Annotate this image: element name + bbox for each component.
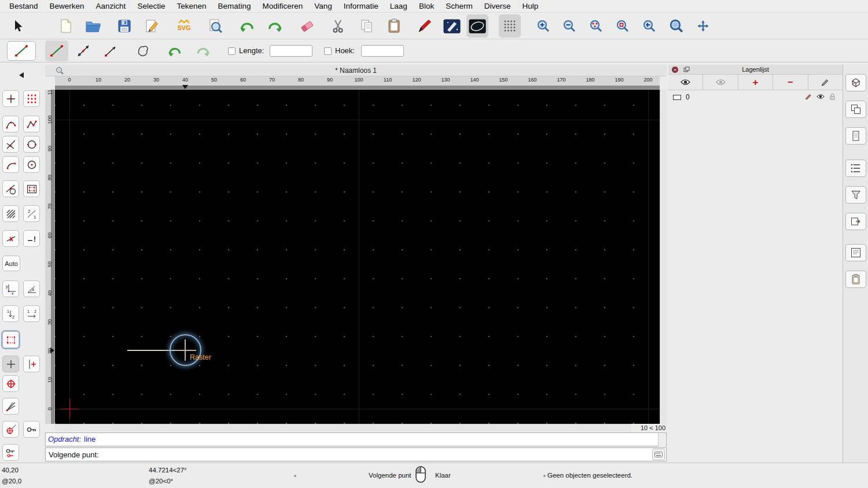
forward-button[interactable] bbox=[191, 40, 214, 61]
command-options-button[interactable] bbox=[652, 449, 665, 460]
line-angle-button[interactable] bbox=[72, 40, 95, 61]
edit-layer-button[interactable] bbox=[808, 75, 843, 90]
menu-item[interactable]: Tekenen bbox=[171, 0, 212, 13]
menu-item[interactable]: Modificeren bbox=[257, 0, 309, 13]
horizontal-scrollbar[interactable] bbox=[55, 424, 631, 432]
line-two-points-button[interactable] bbox=[45, 40, 68, 61]
insert-image-tool-button[interactable] bbox=[23, 180, 40, 197]
grid-toggle-button[interactable] bbox=[499, 14, 521, 38]
menu-item[interactable]: Diverse bbox=[479, 0, 517, 13]
drawing-canvas[interactable]: Raster bbox=[55, 90, 660, 424]
add-layer-button[interactable]: + bbox=[738, 75, 773, 90]
menu-item[interactable]: Bestand bbox=[3, 0, 44, 13]
command-input[interactable] bbox=[99, 449, 652, 460]
order-vertical-tool-button[interactable]: 12 bbox=[2, 305, 19, 322]
menu-item[interactable]: Bemating bbox=[212, 0, 256, 13]
remove-layer-button[interactable]: − bbox=[773, 75, 808, 90]
print-preview-button[interactable] bbox=[204, 14, 226, 38]
menu-item[interactable]: Vang bbox=[308, 0, 338, 13]
zoom-previous-button[interactable] bbox=[638, 14, 660, 38]
circle-2p-tool-button[interactable] bbox=[23, 136, 40, 153]
zoom-window-button[interactable] bbox=[665, 14, 687, 38]
back-button[interactable] bbox=[164, 40, 187, 61]
property-editor-button[interactable] bbox=[441, 14, 463, 38]
property-editor-panel-button[interactable] bbox=[845, 74, 866, 91]
info-tool-button[interactable]: ! bbox=[23, 230, 40, 247]
line-with-direction-button[interactable] bbox=[99, 40, 122, 61]
layer-lock-icon[interactable] bbox=[829, 93, 836, 100]
menu-item[interactable]: Informatie bbox=[338, 0, 384, 13]
detach-panel-button[interactable] bbox=[683, 66, 690, 73]
angle-checkbox[interactable] bbox=[324, 47, 332, 55]
command-history-panel-button[interactable] bbox=[845, 244, 866, 261]
length-checkbox[interactable] bbox=[228, 47, 236, 55]
open-file-button[interactable] bbox=[82, 14, 104, 38]
zoom-redraw-button[interactable] bbox=[612, 14, 634, 38]
tangent-tool-button[interactable] bbox=[2, 180, 19, 197]
relative-zero-lock-button[interactable] bbox=[2, 444, 19, 461]
delete-button[interactable] bbox=[296, 14, 318, 38]
export-panel-button[interactable] bbox=[845, 213, 866, 230]
zoom-out-button[interactable] bbox=[558, 14, 580, 38]
measure-tool-button[interactable]: 21 bbox=[23, 205, 40, 222]
clipboard-panel-button[interactable] bbox=[845, 271, 866, 288]
point-grid-tool-button[interactable] bbox=[23, 90, 40, 107]
svg-export-button[interactable]: SVG bbox=[173, 14, 195, 38]
save-file-button[interactable] bbox=[113, 14, 135, 38]
snap-free-button[interactable] bbox=[2, 356, 19, 372]
command-history-scrollbar[interactable] bbox=[658, 434, 665, 446]
cut-button[interactable] bbox=[327, 14, 349, 38]
order-horizontal-tool-button[interactable]: 12 bbox=[23, 305, 40, 322]
hide-all-layers-button[interactable] bbox=[703, 75, 738, 90]
zoom-auto-button[interactable] bbox=[585, 14, 607, 38]
circle-center-tool-button[interactable] bbox=[23, 156, 40, 173]
redo-button[interactable] bbox=[263, 14, 285, 38]
list-panel-button[interactable] bbox=[845, 160, 866, 177]
undo-button[interactable] bbox=[237, 14, 259, 38]
angle-tool-button[interactable]: a bbox=[23, 280, 40, 297]
menu-item[interactable]: Blok bbox=[413, 0, 440, 13]
menu-item[interactable]: Scherm bbox=[440, 0, 479, 13]
snap-angle-button[interactable] bbox=[2, 398, 19, 415]
layer-row[interactable]: 0 bbox=[668, 91, 843, 103]
zoom-in-button[interactable] bbox=[532, 14, 554, 38]
spline-tool-button[interactable] bbox=[2, 116, 19, 132]
ortho-xy-tool-button[interactable]: yx bbox=[2, 280, 19, 297]
layer-color-swatch[interactable] bbox=[673, 95, 681, 100]
close-panel-button[interactable]: × bbox=[672, 66, 678, 73]
point-tool-button[interactable] bbox=[2, 90, 19, 107]
polyline-freehand-button[interactable] bbox=[131, 40, 155, 61]
pointer-button[interactable] bbox=[7, 14, 29, 38]
layer-edit-pencil-icon[interactable] bbox=[805, 93, 812, 100]
layout-panel-button[interactable] bbox=[845, 101, 866, 118]
palette-back-button[interactable] bbox=[16, 71, 27, 80]
filter-panel-button[interactable] bbox=[845, 186, 866, 204]
new-file-button[interactable] bbox=[55, 14, 77, 38]
snap-lock-button[interactable] bbox=[23, 421, 40, 438]
menu-item[interactable]: Selectie bbox=[131, 0, 171, 13]
selection-box-tool-button[interactable] bbox=[2, 331, 19, 348]
zoom-pan-button[interactable] bbox=[692, 14, 714, 38]
vertical-scrollbar[interactable] bbox=[660, 90, 667, 424]
show-all-layers-button[interactable] bbox=[668, 75, 703, 90]
menu-item[interactable]: Laag bbox=[384, 0, 413, 13]
arc-tool-button[interactable] bbox=[2, 156, 19, 173]
snap-center-button[interactable] bbox=[2, 421, 19, 438]
divide-tool-button[interactable] bbox=[2, 230, 19, 247]
polyline-tool-button[interactable] bbox=[23, 116, 40, 132]
snap-grid-button[interactable] bbox=[23, 356, 40, 372]
ellipse-tool-button[interactable] bbox=[466, 14, 488, 38]
auto-snap-button[interactable]: Auto bbox=[2, 256, 20, 271]
draw-pen-button[interactable] bbox=[414, 14, 436, 38]
edit-drawing-button[interactable] bbox=[141, 14, 163, 38]
angle-input[interactable] bbox=[361, 45, 404, 57]
current-tool-button[interactable] bbox=[7, 41, 36, 61]
menu-item[interactable]: Hulp bbox=[516, 0, 544, 13]
snap-endpoint-button[interactable] bbox=[2, 375, 19, 392]
page-panel-button[interactable] bbox=[845, 127, 866, 145]
menu-item[interactable]: Bewerken bbox=[44, 0, 90, 13]
menu-item[interactable]: Aanzicht bbox=[90, 0, 132, 13]
paste-button[interactable] bbox=[383, 14, 405, 38]
hatch-tool-button[interactable] bbox=[2, 205, 19, 222]
layer-visible-eye-icon[interactable] bbox=[816, 94, 825, 99]
